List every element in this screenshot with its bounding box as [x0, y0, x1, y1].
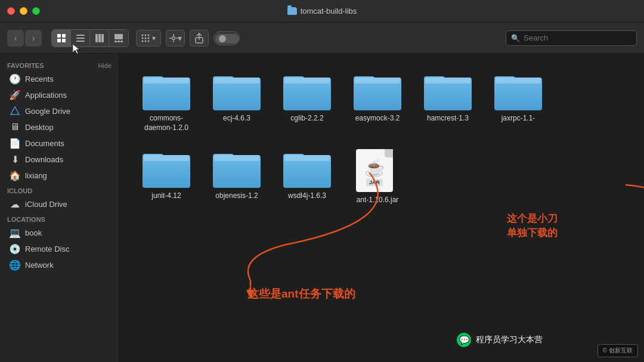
toolbar: ‹ ›: [0, 23, 644, 54]
icloud-drive-label: iCloud Drive: [25, 200, 67, 209]
svg-point-14: [142, 34, 144, 36]
favorites-label: Favorites: [7, 62, 44, 69]
applications-label: Applications: [25, 91, 67, 100]
desktop-icon: 🖥: [10, 122, 20, 132]
minimize-button[interactable]: [20, 7, 27, 15]
svg-point-22: [148, 40, 150, 42]
back-button[interactable]: ‹: [7, 30, 24, 47]
file-item-jaxrpc[interactable]: jaxrpc-1.1-: [485, 68, 551, 136]
locations-label: Locations: [7, 216, 45, 223]
remote-disc-icon: 💿: [10, 243, 20, 254]
sidebar-item-downloads[interactable]: ⬇ Downloads: [2, 151, 116, 167]
file-item-ant-jar[interactable]: ☕ JAR ant-1.10.6.jar: [345, 146, 410, 209]
file-item-junit[interactable]: junit-4.12: [134, 146, 199, 209]
google-drive-label: Google Drive: [25, 107, 70, 116]
wechat-badge: 💬 程序员学习大本营: [457, 333, 543, 347]
file-label: cglib-2.2.2: [290, 114, 323, 123]
gallery-view-button[interactable]: [109, 30, 128, 47]
svg-point-18: [145, 37, 147, 39]
file-label: ecj-4.6.3: [223, 114, 250, 123]
file-item-commons-daemon[interactable]: commons- daemon-1.2.0: [134, 68, 199, 136]
svg-point-21: [145, 40, 147, 42]
sidebar-item-desktop[interactable]: 🖥 Desktop: [2, 119, 116, 135]
folder-icon: [283, 72, 331, 110]
network-icon: 🌐: [10, 259, 20, 270]
icloud-section-header: iCloud: [0, 184, 119, 196]
file-label: easymock-3.2: [355, 114, 400, 123]
file-item-wsdl4j[interactable]: wsdl4j-1.6.3: [274, 146, 340, 209]
jar-file-icon: ☕ JAR: [356, 149, 399, 192]
svg-point-31: [219, 35, 226, 42]
annotation-right-line1: 这个是小刀: [507, 213, 558, 224]
file-item-easymock[interactable]: easymock-3.2: [345, 68, 410, 136]
sidebar-item-lixiang[interactable]: 🏠 lixiang: [2, 168, 116, 183]
sidebar-item-applications[interactable]: 🚀 Applications: [2, 87, 116, 103]
file-label: objenesis-1.2: [215, 191, 258, 201]
hide-button[interactable]: Hide: [98, 62, 112, 69]
svg-point-17: [142, 37, 144, 39]
title-bar: tomcat-build-libs: [0, 0, 644, 23]
sidebar-item-network[interactable]: 🌐 Network: [2, 257, 116, 273]
svg-point-19: [148, 37, 150, 39]
file-item-cglib[interactable]: cglib-2.2.2: [274, 68, 340, 136]
file-label: jaxrpc-1.1-: [501, 114, 535, 123]
downloads-icon: ⬇: [10, 154, 20, 165]
folder-icon: [143, 149, 190, 188]
sidebar-item-icloud-drive[interactable]: ☁ iCloud Drive: [2, 196, 116, 212]
svg-rect-9: [101, 34, 104, 42]
wechat-icon: 💬: [457, 333, 471, 347]
sidebar-item-recents[interactable]: 🕐 Recents: [2, 71, 116, 86]
toggle-button[interactable]: [213, 31, 240, 45]
jar-file-label: ant-1.10.6.jar: [357, 196, 399, 205]
svg-rect-2: [57, 39, 61, 42]
sidebar-item-google-drive[interactable]: Google Drive: [2, 103, 116, 119]
title-folder-icon: [287, 7, 297, 15]
icloud-label: iCloud: [7, 187, 32, 194]
file-item-objenesis[interactable]: objenesis-1.2: [204, 146, 270, 209]
svg-rect-4: [76, 35, 85, 36]
column-view-button[interactable]: [90, 30, 109, 47]
svg-rect-11: [114, 41, 117, 42]
svg-point-16: [148, 34, 150, 36]
svg-rect-1: [62, 34, 66, 38]
nav-buttons: ‹ ›: [7, 30, 42, 47]
fullscreen-button[interactable]: [32, 7, 40, 15]
file-label: wsdl4j-1.6.3: [288, 191, 326, 201]
svg-rect-3: [62, 39, 66, 42]
view-toggle-group: [51, 29, 129, 47]
svg-marker-34: [246, 290, 255, 299]
forward-button[interactable]: ›: [25, 30, 42, 47]
svg-rect-6: [76, 41, 85, 42]
svg-rect-13: [120, 41, 123, 42]
arrange-button[interactable]: ▾: [136, 30, 161, 47]
traffic-lights: [7, 7, 40, 15]
file-item-hamcrest[interactable]: hamcrest-1.3: [415, 68, 481, 136]
arrange-chevron: ▾: [152, 34, 156, 42]
folder-icon: [494, 72, 542, 110]
share-button[interactable]: [190, 30, 209, 47]
folder-icon: [213, 72, 261, 110]
close-button[interactable]: [7, 7, 15, 15]
window-title-text: tomcat-build-libs: [301, 7, 357, 16]
svg-point-20: [142, 40, 144, 42]
sidebar-item-book[interactable]: 💻 book: [2, 225, 116, 240]
icloud-drive-icon: ☁: [10, 199, 20, 209]
window-title: tomcat-build-libs: [287, 7, 357, 16]
book-icon: 💻: [10, 227, 20, 238]
favorites-section-header: Favorites Hide: [0, 58, 119, 70]
sidebar-item-documents[interactable]: 📄 Documents: [2, 135, 116, 151]
folder-icon: [283, 149, 331, 188]
annotation-right-line2: 单独下载的: [507, 227, 558, 239]
remote-disc-label: Remote Disc: [25, 245, 69, 253]
folder-icon: [143, 72, 190, 110]
file-grid: commons- daemon-1.2.0 ecj-4.6.3 cglib-2.…: [119, 54, 644, 362]
sidebar-item-remote-disc[interactable]: 💿 Remote Disc: [2, 241, 116, 256]
icon-view-button[interactable]: [52, 30, 71, 47]
svg-point-15: [145, 34, 147, 36]
list-view-button[interactable]: [71, 30, 90, 47]
action-button[interactable]: ▾: [166, 30, 185, 47]
lixiang-icon: 🏠: [10, 170, 20, 181]
svg-point-23: [172, 36, 175, 39]
search-input[interactable]: [524, 33, 631, 42]
file-item-ecj[interactable]: ecj-4.6.3: [204, 68, 270, 136]
